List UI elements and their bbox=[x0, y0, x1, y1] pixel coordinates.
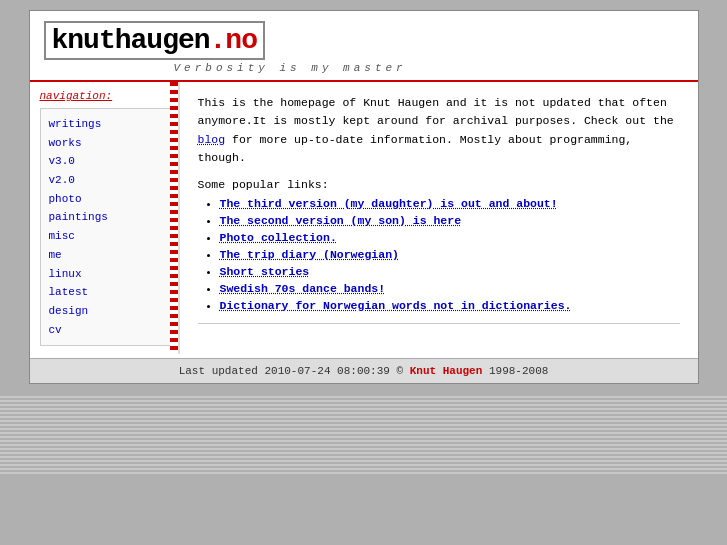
sidebar: navigation: writings works v3.0 v2.0 pho… bbox=[30, 82, 180, 354]
content-area: navigation: writings works v3.0 v2.0 pho… bbox=[30, 82, 698, 354]
sidebar-link-photo[interactable]: photo bbox=[49, 190, 169, 209]
list-item: The second version (my son) is here bbox=[220, 214, 680, 228]
logo-domain: .no bbox=[210, 25, 257, 56]
main-window: knuthaugen.no Verbosity is my master nav… bbox=[29, 10, 699, 384]
main-content: This is the homepage of Knut Haugen and … bbox=[180, 82, 698, 354]
list-item: Dictionary for Norwegian words not in di… bbox=[220, 299, 680, 313]
sidebar-item-writings[interactable]: writings bbox=[49, 115, 169, 134]
sidebar-item-linux[interactable]: linux bbox=[49, 265, 169, 284]
popular-link-3[interactable]: Photo collection. bbox=[220, 231, 337, 244]
sidebar-link-works[interactable]: works bbox=[49, 134, 169, 153]
sidebar-item-v3[interactable]: v3.0 bbox=[49, 152, 169, 171]
sidebar-link-paintings[interactable]: paintings bbox=[49, 208, 169, 227]
footer-author-link[interactable]: Knut Haugen bbox=[410, 365, 483, 377]
header: knuthaugen.no Verbosity is my master bbox=[30, 11, 698, 82]
list-item: Short stories bbox=[220, 265, 680, 279]
sidebar-link-cv[interactable]: cv bbox=[49, 321, 169, 340]
sidebar-link-latest[interactable]: latest bbox=[49, 283, 169, 302]
logo-haugen: haugen bbox=[115, 25, 210, 56]
bottom-background bbox=[0, 394, 727, 474]
sidebar-link-v2[interactable]: v2.0 bbox=[49, 171, 169, 190]
sidebar-item-photo[interactable]: photo bbox=[49, 190, 169, 209]
sidebar-item-me[interactable]: me bbox=[49, 246, 169, 265]
popular-link-4[interactable]: The trip diary (Norwegian) bbox=[220, 248, 399, 261]
sidebar-links: writings works v3.0 v2.0 photo paintings… bbox=[40, 108, 178, 346]
sidebar-item-cv[interactable]: cv bbox=[49, 321, 169, 340]
intro-text-after: for more up-to-date information. Mostly … bbox=[198, 133, 633, 164]
list-item: Photo collection. bbox=[220, 231, 680, 245]
list-item: Swedish 70s dance bands! bbox=[220, 282, 680, 296]
sidebar-link-writings[interactable]: writings bbox=[49, 115, 169, 134]
intro-text-before: This is the homepage of Knut Haugen and … bbox=[198, 96, 674, 127]
footer-year: 1998-2008 bbox=[482, 365, 548, 377]
intro-paragraph: This is the homepage of Knut Haugen and … bbox=[198, 94, 680, 168]
popular-link-6[interactable]: Swedish 70s dance bands! bbox=[220, 282, 386, 295]
list-item: The third version (my daughter) is out a… bbox=[220, 197, 680, 211]
sidebar-link-linux[interactable]: linux bbox=[49, 265, 169, 284]
popular-link-5[interactable]: Short stories bbox=[220, 265, 310, 278]
sidebar-item-v2[interactable]: v2.0 bbox=[49, 171, 169, 190]
footer-text: Last updated 2010-07-24 08:00:39 © bbox=[179, 365, 410, 377]
sidebar-item-latest[interactable]: latest bbox=[49, 283, 169, 302]
sidebar-item-design[interactable]: design bbox=[49, 302, 169, 321]
sidebar-link-design[interactable]: design bbox=[49, 302, 169, 321]
main-divider bbox=[198, 323, 680, 324]
popular-link-7[interactable]: Dictionary for Norwegian words not in di… bbox=[220, 299, 572, 312]
logo-knut: knut bbox=[52, 25, 115, 56]
sidebar-link-v3[interactable]: v3.0 bbox=[49, 152, 169, 171]
footer: Last updated 2010-07-24 08:00:39 © Knut … bbox=[30, 358, 698, 383]
sidebar-link-me[interactable]: me bbox=[49, 246, 169, 265]
sidebar-item-misc[interactable]: misc bbox=[49, 227, 169, 246]
popular-links-label: Some popular links: bbox=[198, 178, 680, 191]
popular-links-list: The third version (my daughter) is out a… bbox=[198, 197, 680, 313]
tagline: Verbosity is my master bbox=[44, 62, 684, 74]
sidebar-item-paintings[interactable]: paintings bbox=[49, 208, 169, 227]
sidebar-nav-title: navigation: bbox=[40, 90, 178, 102]
list-item: The trip diary (Norwegian) bbox=[220, 248, 680, 262]
popular-link-2[interactable]: The second version (my son) is here bbox=[220, 214, 462, 227]
sidebar-link-misc[interactable]: misc bbox=[49, 227, 169, 246]
popular-link-1[interactable]: The third version (my daughter) is out a… bbox=[220, 197, 558, 210]
logo: knuthaugen.no bbox=[44, 21, 265, 60]
sidebar-item-works[interactable]: works bbox=[49, 134, 169, 153]
blog-link[interactable]: blog bbox=[198, 133, 226, 146]
